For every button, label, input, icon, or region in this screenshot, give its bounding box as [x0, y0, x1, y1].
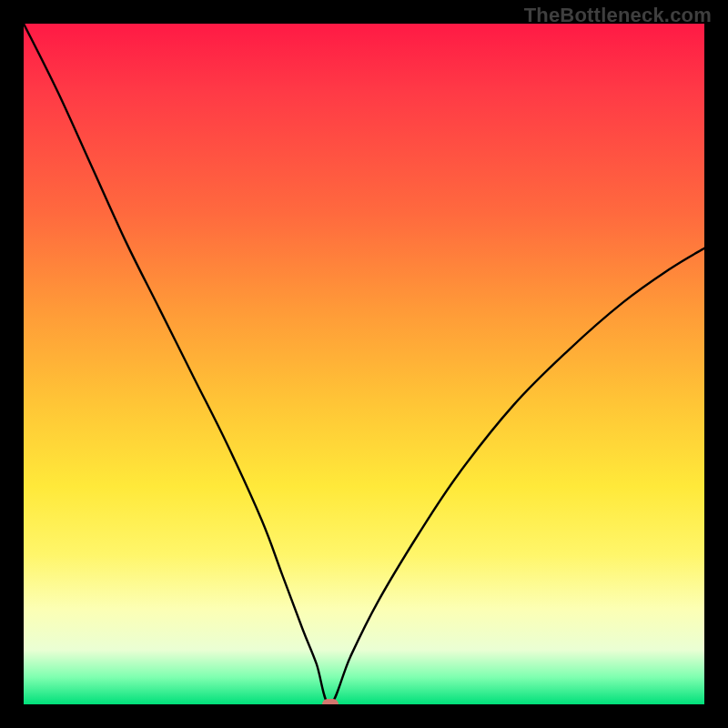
bottleneck-curve — [24, 24, 704, 704]
plot-area — [24, 24, 704, 704]
watermark-text: TheBottleneck.com — [524, 4, 712, 27]
optimum-marker — [322, 699, 339, 704]
chart-frame: TheBottleneck.com — [0, 0, 728, 728]
curve-layer — [24, 24, 704, 704]
